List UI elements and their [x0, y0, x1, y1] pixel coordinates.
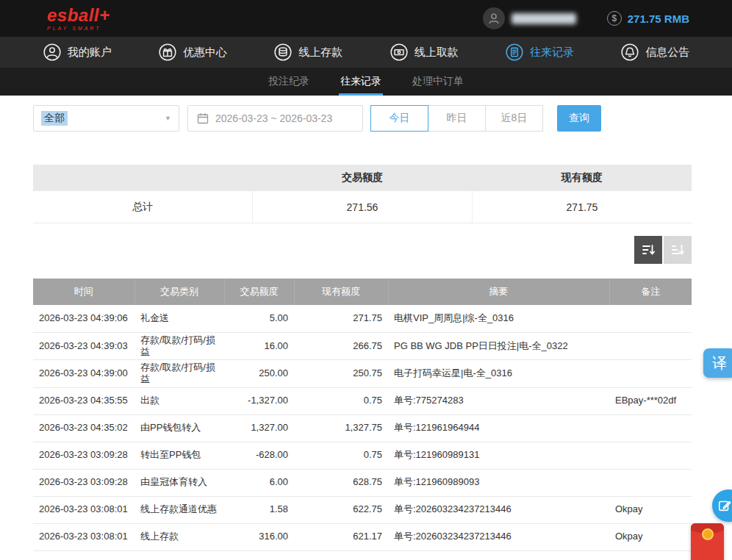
nav-item-label: 线上取款 [415, 46, 459, 60]
cell-time: 2026-03-23 04:39:06 [33, 305, 134, 332]
cell-time: 2026-03-23 03:09:28 [33, 442, 134, 469]
cell-summary: 单号:121961964944 [388, 414, 609, 442]
logo[interactable]: esball+ PLAY SMART [47, 7, 110, 31]
logo-text: esball+ [47, 7, 110, 24]
nav-item-announcements[interactable]: 信息公告 [620, 43, 689, 62]
cell-time: 2026-03-23 03:08:01 [33, 496, 134, 523]
cell-amount: 1,327.00 [224, 414, 294, 442]
nav-item-deposit[interactable]: 线上存款 [273, 43, 342, 62]
last-8-days-button[interactable]: 近8日 [485, 105, 543, 132]
yesterday-button[interactable]: 昨日 [428, 105, 486, 132]
today-button[interactable]: 今日 [370, 105, 428, 132]
topbar-right: $ 271.75 RMB [483, 7, 689, 29]
type-select-value: 全部 [41, 111, 68, 126]
sub-nav: 投注纪录 往来记录 处理中订单 [0, 68, 732, 96]
logo-subtitle: PLAY SMART [47, 26, 110, 31]
dollar-icon: $ [607, 11, 622, 26]
nav-item-transaction-records[interactable]: 往来记录 [505, 43, 574, 62]
user-circle-icon [43, 43, 62, 62]
search-button[interactable]: 查询 [557, 105, 601, 132]
cell-category: 出款 [134, 387, 224, 414]
table-row: 2026-03-23 04:35:55出款-1,327.000.75单号:775… [33, 387, 692, 414]
table-row: 2026-03-23 03:09:28由皇冠体育转入6.00628.75单号:1… [33, 469, 692, 496]
summary-total-row: 总计 271.56 271.75 [33, 191, 692, 223]
summary-transaction-total: 271.56 [252, 191, 472, 223]
cell-remark: EBpay-***02df [609, 387, 692, 414]
feedback-button[interactable] [712, 489, 732, 522]
cell-amount: 1.58 [224, 496, 294, 523]
cell-category: 由PP钱包转入 [134, 414, 224, 442]
date-range-input[interactable]: 2026-03-23 ~ 2026-03-23 [187, 105, 363, 132]
tab-transaction-records[interactable]: 往来记录 [339, 68, 383, 96]
tab-processing-orders[interactable]: 处理中订单 [411, 68, 465, 96]
nav-item-promotions[interactable]: 优惠中心 [158, 43, 227, 62]
banknote-circle-icon [390, 43, 409, 62]
cell-time: 2026-03-23 04:35:02 [33, 414, 134, 442]
type-select[interactable]: 全部 ▼ [33, 105, 179, 132]
cell-summary: 单号:202603234237213446 [388, 496, 609, 523]
cell-remark [609, 332, 692, 360]
table-row: 2026-03-23 04:35:02由PP钱包转入1,327.001,327.… [33, 414, 692, 442]
nav-item-withdraw[interactable]: 线上取款 [390, 43, 459, 62]
col-remark: 备注 [609, 279, 692, 305]
compose-icon [717, 498, 732, 513]
cell-balance: 0.75 [294, 387, 388, 414]
cell-category: 存款/取款/打码/损益 [134, 332, 224, 360]
sort-ascending-button[interactable] [664, 236, 692, 264]
cell-balance: 621.17 [294, 523, 388, 550]
content-area: 全部 ▼ 2026-03-23 ~ 2026-03-23 今日 昨日 近8日 查… [33, 105, 692, 551]
filter-row: 全部 ▼ 2026-03-23 ~ 2026-03-23 今日 昨日 近8日 查… [33, 105, 692, 132]
cell-balance: 622.75 [294, 496, 388, 523]
table-row: 2026-03-23 03:08:01线上存款通道优惠1.58622.75单号:… [33, 496, 692, 523]
cell-balance: 266.75 [294, 332, 388, 360]
nav-item-label: 优惠中心 [183, 46, 227, 60]
user-account[interactable] [483, 7, 576, 29]
records-table-body: 2026-03-23 04:39:06礼金送5.00271.75电棋VIP_周周… [33, 305, 692, 550]
col-amount: 交易额度 [224, 279, 294, 305]
table-row: 2026-03-23 03:08:01线上存款316.00621.17单号:20… [33, 523, 692, 550]
cell-amount: -628.00 [224, 442, 294, 469]
translate-button[interactable]: 译 [703, 348, 732, 378]
col-balance: 现有额度 [294, 279, 388, 305]
col-summary: 摘要 [388, 279, 609, 305]
cell-remark: Okpay [609, 496, 692, 523]
cell-balance: 0.75 [294, 442, 388, 469]
cell-remark [609, 360, 692, 388]
summary-total-label: 总计 [33, 191, 252, 223]
tab-betting-records[interactable]: 投注纪录 [267, 68, 311, 96]
sort-ascending-icon [670, 243, 685, 257]
nav-item-my-account[interactable]: 我的账户 [43, 43, 112, 62]
cell-summary: 电子打码幸运星|电-全_0316 [388, 360, 609, 388]
nav-item-label: 我的账户 [68, 46, 112, 60]
summary-header-balance: 现有额度 [472, 165, 692, 191]
col-time: 时间 [33, 279, 134, 305]
bell-circle-icon [620, 43, 639, 62]
table-row: 2026-03-23 04:39:00存款/取款/打码/损益250.00250.… [33, 360, 692, 388]
cell-summary: PG BB WG JDB PP日日投注|电-全_0322 [388, 332, 609, 360]
balance-display[interactable]: $ 271.75 RMB [607, 11, 689, 26]
cell-remark [609, 414, 692, 442]
table-row: 2026-03-23 04:39:03存款/取款/打码/损益16.00266.7… [33, 332, 692, 360]
sort-descending-button[interactable] [634, 236, 662, 264]
cell-balance: 628.75 [294, 469, 388, 496]
cell-category: 转出至PP钱包 [134, 442, 224, 469]
records-table: 时间 交易类别 交易额度 现有额度 摘要 备注 2026-03-23 04:39… [33, 279, 692, 551]
cell-remark: Okpay [609, 523, 692, 550]
gold-coin-icon [702, 528, 714, 540]
nav-item-label: 信息公告 [645, 46, 689, 60]
summary-header: 交易额度 现有额度 [33, 165, 692, 191]
document-circle-icon [505, 43, 524, 62]
topbar: esball+ PLAY SMART $ 271.75 RMB [0, 0, 732, 37]
date-range-value: 2026-03-23 ~ 2026-03-23 [215, 112, 332, 124]
cell-time: 2026-03-23 04:35:55 [33, 387, 134, 414]
summary-header-spacer [33, 165, 253, 191]
gift-circle-icon [158, 43, 177, 62]
red-envelope-button[interactable] [691, 523, 724, 560]
chevron-down-icon: ▼ [165, 115, 171, 122]
avatar [483, 7, 505, 29]
tab-label: 往来记录 [340, 75, 381, 88]
cell-category: 存款/取款/打码/损益 [134, 360, 224, 388]
col-category: 交易类别 [134, 279, 224, 305]
cell-remark [609, 469, 692, 496]
cell-summary: 电棋VIP_周周息|综-全_0316 [388, 305, 609, 332]
